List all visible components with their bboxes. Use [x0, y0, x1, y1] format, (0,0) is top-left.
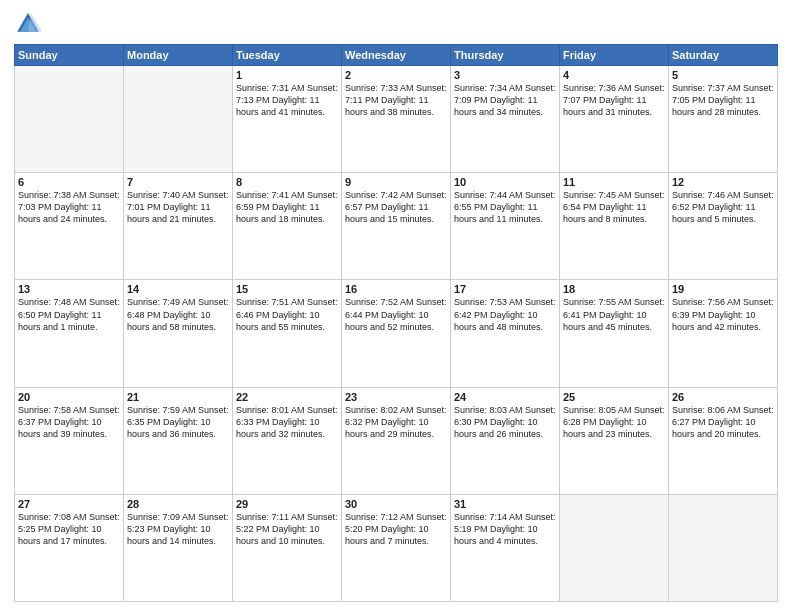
- day-cell: [669, 494, 778, 601]
- day-info: Sunrise: 8:01 AM Sunset: 6:33 PM Dayligh…: [236, 404, 338, 440]
- week-row-4: 20Sunrise: 7:58 AM Sunset: 6:37 PM Dayli…: [15, 387, 778, 494]
- svg-marker-2: [28, 13, 42, 32]
- day-info: Sunrise: 7:12 AM Sunset: 5:20 PM Dayligh…: [345, 511, 447, 547]
- day-cell: 28Sunrise: 7:09 AM Sunset: 5:23 PM Dayli…: [124, 494, 233, 601]
- day-cell: 9Sunrise: 7:42 AM Sunset: 6:57 PM Daylig…: [342, 173, 451, 280]
- week-row-3: 13Sunrise: 7:48 AM Sunset: 6:50 PM Dayli…: [15, 280, 778, 387]
- day-number: 30: [345, 498, 447, 510]
- weekday-row: SundayMondayTuesdayWednesdayThursdayFrid…: [15, 45, 778, 66]
- day-number: 10: [454, 176, 556, 188]
- day-number: 18: [563, 283, 665, 295]
- day-info: Sunrise: 7:53 AM Sunset: 6:42 PM Dayligh…: [454, 296, 556, 332]
- day-info: Sunrise: 7:52 AM Sunset: 6:44 PM Dayligh…: [345, 296, 447, 332]
- day-info: Sunrise: 7:11 AM Sunset: 5:22 PM Dayligh…: [236, 511, 338, 547]
- day-cell: [560, 494, 669, 601]
- day-number: 22: [236, 391, 338, 403]
- day-info: Sunrise: 7:09 AM Sunset: 5:23 PM Dayligh…: [127, 511, 229, 547]
- day-info: Sunrise: 8:06 AM Sunset: 6:27 PM Dayligh…: [672, 404, 774, 440]
- day-cell: 25Sunrise: 8:05 AM Sunset: 6:28 PM Dayli…: [560, 387, 669, 494]
- day-info: Sunrise: 8:05 AM Sunset: 6:28 PM Dayligh…: [563, 404, 665, 440]
- day-info: Sunrise: 7:08 AM Sunset: 5:25 PM Dayligh…: [18, 511, 120, 547]
- logo-icon: [14, 10, 42, 38]
- header: [14, 10, 778, 38]
- day-info: Sunrise: 7:40 AM Sunset: 7:01 PM Dayligh…: [127, 189, 229, 225]
- day-number: 2: [345, 69, 447, 81]
- weekday-header-tuesday: Tuesday: [233, 45, 342, 66]
- day-info: Sunrise: 7:38 AM Sunset: 7:03 PM Dayligh…: [18, 189, 120, 225]
- day-cell: 24Sunrise: 8:03 AM Sunset: 6:30 PM Dayli…: [451, 387, 560, 494]
- day-number: 11: [563, 176, 665, 188]
- day-cell: 11Sunrise: 7:45 AM Sunset: 6:54 PM Dayli…: [560, 173, 669, 280]
- day-cell: 27Sunrise: 7:08 AM Sunset: 5:25 PM Dayli…: [15, 494, 124, 601]
- calendar-body: 1Sunrise: 7:31 AM Sunset: 7:13 PM Daylig…: [15, 66, 778, 602]
- weekday-header-monday: Monday: [124, 45, 233, 66]
- day-info: Sunrise: 7:51 AM Sunset: 6:46 PM Dayligh…: [236, 296, 338, 332]
- day-number: 13: [18, 283, 120, 295]
- week-row-1: 1Sunrise: 7:31 AM Sunset: 7:13 PM Daylig…: [15, 66, 778, 173]
- day-number: 17: [454, 283, 556, 295]
- day-number: 14: [127, 283, 229, 295]
- day-cell: 6Sunrise: 7:38 AM Sunset: 7:03 PM Daylig…: [15, 173, 124, 280]
- day-cell: 31Sunrise: 7:14 AM Sunset: 5:19 PM Dayli…: [451, 494, 560, 601]
- day-info: Sunrise: 7:56 AM Sunset: 6:39 PM Dayligh…: [672, 296, 774, 332]
- day-info: Sunrise: 8:02 AM Sunset: 6:32 PM Dayligh…: [345, 404, 447, 440]
- day-info: Sunrise: 7:42 AM Sunset: 6:57 PM Dayligh…: [345, 189, 447, 225]
- day-cell: [15, 66, 124, 173]
- day-cell: 1Sunrise: 7:31 AM Sunset: 7:13 PM Daylig…: [233, 66, 342, 173]
- day-number: 4: [563, 69, 665, 81]
- day-cell: 17Sunrise: 7:53 AM Sunset: 6:42 PM Dayli…: [451, 280, 560, 387]
- day-number: 20: [18, 391, 120, 403]
- day-info: Sunrise: 7:55 AM Sunset: 6:41 PM Dayligh…: [563, 296, 665, 332]
- weekday-header-saturday: Saturday: [669, 45, 778, 66]
- day-cell: 15Sunrise: 7:51 AM Sunset: 6:46 PM Dayli…: [233, 280, 342, 387]
- day-cell: 22Sunrise: 8:01 AM Sunset: 6:33 PM Dayli…: [233, 387, 342, 494]
- day-number: 12: [672, 176, 774, 188]
- weekday-header-thursday: Thursday: [451, 45, 560, 66]
- day-info: Sunrise: 7:41 AM Sunset: 6:59 PM Dayligh…: [236, 189, 338, 225]
- day-number: 15: [236, 283, 338, 295]
- day-cell: 5Sunrise: 7:37 AM Sunset: 7:05 PM Daylig…: [669, 66, 778, 173]
- day-cell: 18Sunrise: 7:55 AM Sunset: 6:41 PM Dayli…: [560, 280, 669, 387]
- day-info: Sunrise: 7:48 AM Sunset: 6:50 PM Dayligh…: [18, 296, 120, 332]
- day-info: Sunrise: 7:14 AM Sunset: 5:19 PM Dayligh…: [454, 511, 556, 547]
- day-number: 31: [454, 498, 556, 510]
- day-cell: 14Sunrise: 7:49 AM Sunset: 6:48 PM Dayli…: [124, 280, 233, 387]
- week-row-2: 6Sunrise: 7:38 AM Sunset: 7:03 PM Daylig…: [15, 173, 778, 280]
- day-cell: 23Sunrise: 8:02 AM Sunset: 6:32 PM Dayli…: [342, 387, 451, 494]
- day-cell: 10Sunrise: 7:44 AM Sunset: 6:55 PM Dayli…: [451, 173, 560, 280]
- day-info: Sunrise: 7:46 AM Sunset: 6:52 PM Dayligh…: [672, 189, 774, 225]
- day-number: 24: [454, 391, 556, 403]
- day-cell: 8Sunrise: 7:41 AM Sunset: 6:59 PM Daylig…: [233, 173, 342, 280]
- day-number: 8: [236, 176, 338, 188]
- day-cell: 21Sunrise: 7:59 AM Sunset: 6:35 PM Dayli…: [124, 387, 233, 494]
- day-cell: 12Sunrise: 7:46 AM Sunset: 6:52 PM Dayli…: [669, 173, 778, 280]
- day-info: Sunrise: 7:59 AM Sunset: 6:35 PM Dayligh…: [127, 404, 229, 440]
- day-number: 27: [18, 498, 120, 510]
- day-info: Sunrise: 7:44 AM Sunset: 6:55 PM Dayligh…: [454, 189, 556, 225]
- day-cell: 2Sunrise: 7:33 AM Sunset: 7:11 PM Daylig…: [342, 66, 451, 173]
- day-cell: 16Sunrise: 7:52 AM Sunset: 6:44 PM Dayli…: [342, 280, 451, 387]
- day-number: 5: [672, 69, 774, 81]
- calendar-header: SundayMondayTuesdayWednesdayThursdayFrid…: [15, 45, 778, 66]
- week-row-5: 27Sunrise: 7:08 AM Sunset: 5:25 PM Dayli…: [15, 494, 778, 601]
- day-info: Sunrise: 7:58 AM Sunset: 6:37 PM Dayligh…: [18, 404, 120, 440]
- day-cell: 30Sunrise: 7:12 AM Sunset: 5:20 PM Dayli…: [342, 494, 451, 601]
- day-info: Sunrise: 8:03 AM Sunset: 6:30 PM Dayligh…: [454, 404, 556, 440]
- day-number: 29: [236, 498, 338, 510]
- day-cell: 7Sunrise: 7:40 AM Sunset: 7:01 PM Daylig…: [124, 173, 233, 280]
- day-number: 26: [672, 391, 774, 403]
- weekday-header-friday: Friday: [560, 45, 669, 66]
- day-cell: [124, 66, 233, 173]
- weekday-header-sunday: Sunday: [15, 45, 124, 66]
- day-cell: 13Sunrise: 7:48 AM Sunset: 6:50 PM Dayli…: [15, 280, 124, 387]
- day-number: 9: [345, 176, 447, 188]
- day-number: 21: [127, 391, 229, 403]
- day-cell: 26Sunrise: 8:06 AM Sunset: 6:27 PM Dayli…: [669, 387, 778, 494]
- day-number: 6: [18, 176, 120, 188]
- day-number: 16: [345, 283, 447, 295]
- day-number: 19: [672, 283, 774, 295]
- logo: [14, 10, 46, 38]
- day-info: Sunrise: 7:37 AM Sunset: 7:05 PM Dayligh…: [672, 82, 774, 118]
- day-info: Sunrise: 7:31 AM Sunset: 7:13 PM Dayligh…: [236, 82, 338, 118]
- day-info: Sunrise: 7:45 AM Sunset: 6:54 PM Dayligh…: [563, 189, 665, 225]
